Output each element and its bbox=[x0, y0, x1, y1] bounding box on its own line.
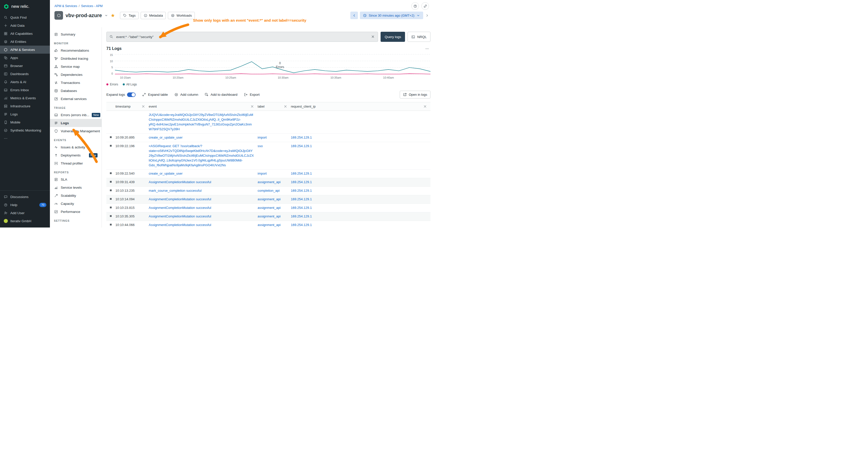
chart-options-kebab-icon[interactable] bbox=[425, 47, 429, 51]
sidebar-item-account[interactable]: Iterativ GmbH bbox=[0, 217, 50, 225]
metadata-button[interactable]: Metadata bbox=[141, 12, 166, 19]
add-column-button[interactable]: Add column bbox=[175, 93, 198, 97]
table-row[interactable]: 10:10:13.235mark_course_completion succe… bbox=[106, 187, 431, 195]
table-row[interactable]: 10:09:20.895create_or_update_userimport1… bbox=[106, 133, 431, 142]
ip-link[interactable]: 169.254.129.1 bbox=[291, 197, 312, 201]
label-link[interactable]: import bbox=[257, 135, 267, 139]
sidebar-item-all-entities[interactable]: All Entities bbox=[0, 37, 50, 45]
expand-logs-toggle[interactable]: Expand logs bbox=[106, 93, 135, 97]
event-link[interactable]: AssignmentCompletionMutation successful bbox=[149, 206, 211, 209]
event-link[interactable]: AssignmentCompletionMutation successful bbox=[149, 215, 211, 218]
nav-item-deployments[interactable]: DeploymentsNew bbox=[50, 151, 101, 159]
sidebar-item-quick-find[interactable]: Quick Find bbox=[0, 13, 50, 22]
event-link[interactable]: <ASGIRequest: GET '/sso/callback/?state=… bbox=[149, 144, 254, 167]
table-row[interactable]: 10:10:35.305AssignmentCompletionMutation… bbox=[106, 213, 431, 221]
nav-item-thread-profiler[interactable]: Thread profiler bbox=[50, 159, 101, 167]
event-link[interactable]: create_or_update_user bbox=[149, 171, 183, 175]
query-logs-button[interactable]: Query logs bbox=[380, 32, 405, 42]
table-row[interactable]: 10:10:23.815AssignmentCompletionMutation… bbox=[106, 204, 431, 213]
workloads-button[interactable]: Workloads bbox=[168, 12, 195, 19]
nav-item-sla[interactable]: SLA bbox=[50, 175, 101, 184]
table-row[interactable]: 10:09:22.196<ASGIRequest: GET '/sso/call… bbox=[106, 142, 431, 169]
time-back-button[interactable] bbox=[350, 11, 358, 19]
nav-item-performance[interactable]: Performance bbox=[50, 207, 101, 216]
sidebar-item-alerts-ai[interactable]: Alerts & AI bbox=[0, 78, 50, 86]
nav-item-issues-activity[interactable]: Issues & activity bbox=[50, 143, 101, 151]
nav-item-recommendations[interactable]: Recommendations bbox=[50, 46, 101, 55]
label-link[interactable]: assignment_api bbox=[257, 206, 280, 209]
sidebar-item-add-data[interactable]: Add Data bbox=[0, 22, 50, 30]
event-link[interactable]: JUQVU&code=eyJraWQiOiJjcGltY29yZV8wOTl1M… bbox=[149, 113, 253, 131]
event-link[interactable]: AssignmentCompletionMutation successful bbox=[149, 180, 211, 184]
table-row[interactable]: JUQVU&code=eyJraWQiOiJjcGltY29yZV8wOTl1M… bbox=[106, 111, 431, 133]
event-link[interactable]: create_or_update_user bbox=[149, 135, 183, 139]
sidebar-item-more[interactable] bbox=[0, 134, 50, 142]
table-row[interactable]: 10:10:44.066AssignmentCompletionMutation… bbox=[106, 221, 431, 228]
sidebar-item-logs[interactable]: Logs bbox=[0, 110, 50, 118]
nav-item-service-map[interactable]: Service map bbox=[50, 63, 101, 70]
ip-link[interactable]: 169.254.129.1 bbox=[291, 206, 312, 209]
ip-link[interactable]: 169.254.129.1 bbox=[291, 215, 312, 218]
legend-item-all-logs[interactable]: All Logs bbox=[123, 83, 137, 86]
table-row[interactable]: 10:09:31.439AssignmentCompletionMutation… bbox=[106, 178, 431, 187]
label-link[interactable]: import bbox=[257, 171, 267, 175]
label-link[interactable]: assignment_api bbox=[257, 215, 280, 218]
event-link[interactable]: AssignmentCompletionMutation successful bbox=[149, 223, 211, 227]
sidebar-item-browser[interactable]: Browser bbox=[0, 62, 50, 70]
nav-item-distributed-tracing[interactable]: Distributed tracing bbox=[50, 55, 101, 63]
label-link[interactable]: assignment_api bbox=[257, 197, 280, 201]
add-to-dashboard-button[interactable]: Add to dashboard bbox=[205, 93, 238, 97]
table-row[interactable]: 10:10:14.094AssignmentCompletionMutation… bbox=[106, 195, 431, 204]
breadcrumb-apm-services[interactable]: APM & Services bbox=[55, 4, 77, 8]
expand-table-button[interactable]: Expand table bbox=[142, 93, 168, 97]
remove-column-request_client_ip-icon[interactable] bbox=[423, 104, 427, 108]
sidebar-item-infrastructure[interactable]: Infrastructure bbox=[0, 102, 50, 110]
nav-item-databases[interactable]: Databases bbox=[50, 87, 101, 95]
tags-button[interactable]: Tags bbox=[120, 12, 138, 19]
remove-column-label-icon[interactable] bbox=[283, 104, 287, 108]
legend-item-errors[interactable]: Errors bbox=[106, 83, 118, 86]
sidebar-item-errors-inbox[interactable]: Errors Inbox bbox=[0, 86, 50, 94]
open-in-logs-button[interactable]: Open in logs bbox=[400, 91, 431, 98]
label-link[interactable]: sso bbox=[257, 144, 262, 148]
nav-item-transactions[interactable]: Transactions bbox=[50, 78, 101, 87]
breadcrumb-services-apm[interactable]: Services - APM bbox=[81, 4, 102, 8]
ip-link[interactable]: 169.254.129.1 bbox=[291, 180, 312, 184]
sidebar-item-synthetic-monitoring[interactable]: Synthetic Monitoring bbox=[0, 126, 50, 134]
sidebar-item-mobile[interactable]: Mobile bbox=[0, 118, 50, 126]
event-link[interactable]: mark_course_completion successful bbox=[149, 189, 202, 193]
sidebar-item-dashboards[interactable]: Dashboards bbox=[0, 70, 50, 78]
time-forward-button[interactable] bbox=[425, 13, 429, 18]
event-link[interactable]: AssignmentCompletionMutation successful bbox=[149, 197, 211, 201]
table-row[interactable]: 10:09:22.540create_or_update_userimport1… bbox=[106, 169, 431, 178]
remove-column-event-icon[interactable] bbox=[250, 104, 254, 108]
export-button[interactable]: Export bbox=[244, 93, 259, 97]
ip-link[interactable]: 169.254.129.1 bbox=[291, 189, 312, 193]
brand[interactable]: new relic. bbox=[0, 0, 50, 13]
ip-link[interactable]: 169.254.129.1 bbox=[291, 171, 312, 175]
nav-item-dependencies[interactable]: Dependencies bbox=[50, 70, 101, 78]
nav-item-vulnerability-management[interactable]: Vulnerability Management bbox=[50, 127, 101, 135]
sidebar-item-apps[interactable]: Apps bbox=[0, 54, 50, 62]
sidebar-item-discussions[interactable]: Discussions bbox=[0, 193, 50, 201]
nav-item-external-services[interactable]: External services bbox=[50, 95, 101, 103]
sidebar-item-apm-services[interactable]: APM & Services bbox=[0, 45, 50, 54]
label-link[interactable]: assignment_api bbox=[257, 223, 280, 227]
toggle-on[interactable] bbox=[127, 93, 135, 97]
clear-query-icon[interactable] bbox=[371, 35, 375, 38]
sidebar-item-help[interactable]: Help70 bbox=[0, 201, 50, 209]
log-query-input[interactable] bbox=[106, 32, 378, 42]
entity-dropdown[interactable] bbox=[104, 13, 108, 18]
nav-item-logs[interactable]: Logs bbox=[50, 119, 101, 127]
time-picker[interactable]: Since 30 minutes ago (GMT+2) bbox=[360, 11, 423, 19]
sidebar-item-add-user[interactable]: Add User bbox=[0, 209, 50, 217]
nav-item-scalability[interactable]: Scalability bbox=[50, 192, 101, 199]
copy-link-button[interactable] bbox=[422, 2, 429, 10]
label-link[interactable]: completion_api bbox=[257, 189, 279, 193]
nrql-button[interactable]: NRQL bbox=[407, 32, 431, 42]
remove-column-timestamp-icon[interactable] bbox=[142, 104, 145, 108]
nav-item-capacity[interactable]: Capacity bbox=[50, 199, 101, 207]
sidebar-item-metrics-events[interactable]: Metrics & Events bbox=[0, 94, 50, 102]
favorite-star-icon[interactable] bbox=[111, 13, 115, 18]
label-link[interactable]: assignment_api bbox=[257, 180, 280, 184]
